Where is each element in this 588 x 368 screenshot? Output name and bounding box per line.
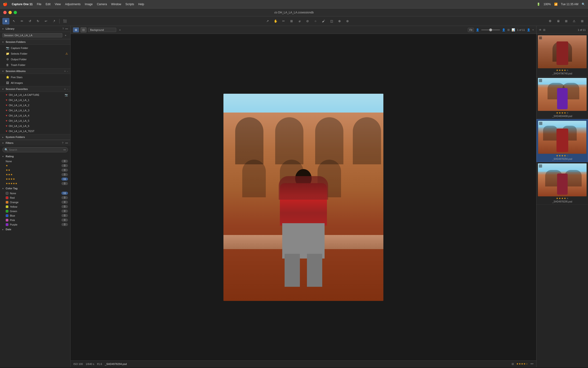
color-purple[interactable]: Purple 0 <box>0 222 70 227</box>
rating-none[interactable]: None 0 <box>0 159 70 163</box>
thumbnail-item-2[interactable]: ★ ★ ★ ★ ★ _SHD4834408.psd <box>536 76 588 119</box>
histogram-icon[interactable]: 📊 <box>512 28 515 32</box>
transform-tool[interactable]: ⊞ <box>288 18 295 25</box>
thumbnail-item-1[interactable]: ★ ★ ★ ★ ★ _SHD4796740.psd <box>536 34 588 76</box>
session-select[interactable]: Session: OH_LA_LA_LA <box>2 33 62 37</box>
layer-select[interactable]: Background <box>88 28 116 32</box>
tools-icon[interactable]: ⊞ <box>579 18 586 25</box>
hand-tool[interactable]: ✏ <box>18 18 26 25</box>
library-help-icon[interactable]: ? <box>62 27 64 30</box>
color-red[interactable]: Red 0 <box>0 195 70 200</box>
nav-add-icon[interactable]: + <box>532 28 534 32</box>
add-favorite-button[interactable]: + <box>64 88 66 90</box>
maximize-button[interactable] <box>14 11 17 14</box>
rotate-left-tool[interactable]: ↺ <box>26 18 33 25</box>
filmstrip-eye-icon[interactable]: 👁 <box>539 28 542 32</box>
system-folders-header[interactable]: ▸ System Folders <box>0 134 70 140</box>
menu-image[interactable]: Image <box>85 3 93 6</box>
favorite-1[interactable]: ♥ OH_LA_LA_LA_1 <box>0 97 70 103</box>
thumbnail-item-4[interactable]: ★ ★ ★ ★ ★ _SHD4978295.psd <box>536 162 588 205</box>
compare-icon[interactable]: ⊞ <box>507 28 510 32</box>
add-layer-button[interactable]: + <box>118 28 122 32</box>
capture-folder-item[interactable]: 📷 Capture Folder <box>0 45 70 51</box>
color-yellow[interactable]: Yellow 0 <box>0 204 70 209</box>
zoom-slider[interactable] <box>481 29 500 30</box>
minimize-button[interactable] <box>9 11 12 14</box>
selects-folder-item[interactable]: 📁 Selects Folder ⚠ <box>0 51 70 56</box>
all-images-album[interactable]: 🖼 All Images <box>0 80 70 86</box>
remove-favorite-button[interactable]: - <box>67 88 68 90</box>
rotate-tool[interactable]: ⊘ <box>304 18 311 25</box>
grid-icon[interactable]: ⊞ <box>562 18 570 25</box>
color-orange[interactable]: Orange 0 <box>0 200 70 204</box>
select-tool[interactable]: ↗ <box>264 18 271 25</box>
import-tool[interactable]: ⬇ <box>2 18 9 25</box>
lasso-tool[interactable]: ⌀ <box>296 18 303 25</box>
status-fullscreen-icon[interactable]: ⊞ <box>512 362 514 366</box>
add-session-button[interactable]: + <box>63 33 68 38</box>
filmstrip-sort-icon[interactable]: ⊞ <box>543 28 545 32</box>
thumb-checkbox-2[interactable] <box>539 79 542 82</box>
menu-view[interactable]: View <box>55 3 61 6</box>
heal-tool[interactable]: ⊛ <box>344 18 351 25</box>
color-pink[interactable]: Pink 0 <box>0 218 70 222</box>
favorite-4[interactable]: ♥ OH_LA_LA_LA_4 <box>0 113 70 118</box>
color-blue[interactable]: Blue 0 <box>0 213 70 218</box>
favorite-6[interactable]: ♥ OH_LA_LA_LA_6 <box>0 123 70 129</box>
color-green[interactable]: Green 0 <box>0 209 70 213</box>
rating-5star[interactable]: ★★★★★ 0 <box>0 181 70 186</box>
color-none[interactable]: None 11 <box>0 191 70 195</box>
status-more-icon[interactable]: ••• <box>530 362 534 366</box>
rating-1star[interactable]: ★ 0 <box>0 163 70 168</box>
rating-3star[interactable]: ★★★ 0 <box>0 172 70 177</box>
thumbnail-item-3[interactable]: ★ ★ ★ ★ ★ _SHD4978294.psd <box>536 119 588 162</box>
redo-tool[interactable]: ⭷ <box>50 18 57 25</box>
paint-tool[interactable]: 🖌 <box>320 18 327 25</box>
favorite-5[interactable]: ♥ OH_LA_LA_LA_5 <box>0 118 70 123</box>
crop-tool[interactable]: ✂ <box>280 18 287 25</box>
undo-tool[interactable]: ↩ <box>42 18 49 25</box>
process-tool[interactable]: ⬛ <box>61 18 69 25</box>
favorite-test[interactable]: ♥ OH_LA_LA_LA_TEST <box>0 129 70 134</box>
remove-album-button[interactable]: - <box>67 70 68 73</box>
menu-window[interactable]: Window <box>111 3 121 6</box>
menu-file[interactable]: File <box>37 3 41 6</box>
multi-view-button[interactable]: ⊟ <box>80 27 87 32</box>
thumb-checkbox-1[interactable] <box>539 36 542 40</box>
apple-menu[interactable]: 🍎 <box>3 2 8 6</box>
session-albums-header[interactable]: ▾ Session Albums + - <box>0 68 70 74</box>
library-more-icon[interactable]: ••• <box>65 27 68 30</box>
search-input[interactable] <box>9 148 63 151</box>
thumb-checkbox-4[interactable] <box>539 164 542 168</box>
favorite-3[interactable]: ♥ OH_LA_LA_LA_3 <box>0 108 70 113</box>
eraser-tool[interactable]: ◫ <box>328 18 335 25</box>
favorite-2[interactable]: ♥ OH_LA_LA_LA_2 <box>0 103 70 108</box>
search-options-button[interactable]: ••• <box>63 148 66 151</box>
rotate-right-tool[interactable]: ↻ <box>34 18 41 25</box>
filters-header[interactable]: ▾ Filters ? ••• <box>0 140 70 146</box>
menu-scripts[interactable]: Scripts <box>125 3 134 6</box>
fit-button[interactable]: Fit <box>468 28 474 32</box>
rating-group-header[interactable]: ▾ Rating <box>0 154 70 159</box>
rating-4star[interactable]: ★★★★ 11 <box>0 177 70 181</box>
thumb-checkbox-3[interactable] <box>539 122 542 125</box>
output-folder-item[interactable]: ⚙ Output Folder <box>0 56 70 62</box>
alert-icon[interactable]: ⚠ <box>570 18 578 25</box>
color-tag-group-header[interactable]: ▾ Color Tag <box>0 186 70 191</box>
search-menu-icon[interactable]: 🔍 <box>582 3 585 6</box>
close-button[interactable] <box>3 11 7 14</box>
cursor-tool[interactable]: ↖ <box>10 18 18 25</box>
ellipse-tool[interactable]: ○ <box>312 18 319 25</box>
library-section-header[interactable]: ▾ Library ? ••• <box>0 26 70 32</box>
add-album-button[interactable]: + <box>64 70 66 73</box>
clone-tool[interactable]: ⊕ <box>336 18 343 25</box>
menu-camera[interactable]: Camera <box>97 3 107 6</box>
filters-more[interactable]: ••• <box>65 141 68 144</box>
menu-help[interactable]: Help <box>138 3 144 6</box>
pan-tool[interactable]: ✋ <box>272 18 279 25</box>
favorite-capture[interactable]: ♥ OH_LA_LA_LA CAPTURE 📷 <box>0 92 70 97</box>
session-favorites-header[interactable]: ▾ Session Favorites + - <box>0 86 70 92</box>
five-stars-album[interactable]: ⭐ Five Stars <box>0 74 70 80</box>
date-group-header[interactable]: ▸ Date <box>0 227 70 232</box>
single-view-button[interactable]: ⊞ <box>73 27 79 32</box>
